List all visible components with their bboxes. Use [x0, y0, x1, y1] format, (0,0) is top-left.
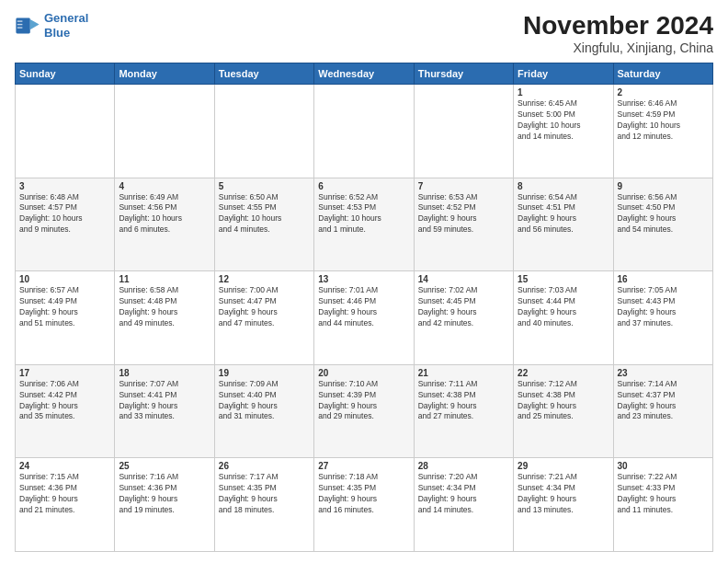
day-info: Sunrise: 7:14 AM Sunset: 4:37 PM Dayligh… [618, 379, 709, 423]
day-info: Sunrise: 6:52 AM Sunset: 4:53 PM Dayligh… [318, 192, 409, 236]
weekday-header: Tuesday [214, 63, 313, 85]
day-number: 4 [119, 181, 210, 191]
logo-text: General Blue [44, 11, 88, 40]
day-number: 1 [518, 87, 609, 98]
calendar-cell: 22Sunrise: 7:12 AM Sunset: 4:38 PM Dayli… [514, 364, 613, 458]
calendar-cell: 30Sunrise: 7:22 AM Sunset: 4:33 PM Dayli… [613, 458, 712, 552]
location: Xingfulu, Xinjiang, China [523, 40, 713, 55]
day-info: Sunrise: 7:16 AM Sunset: 4:36 PM Dayligh… [119, 472, 210, 516]
day-number: 12 [219, 274, 310, 284]
calendar-cell: 14Sunrise: 7:02 AM Sunset: 4:45 PM Dayli… [414, 271, 513, 365]
calendar-cell [314, 85, 414, 178]
weekday-header: Friday [514, 63, 613, 85]
day-info: Sunrise: 7:10 AM Sunset: 4:39 PM Dayligh… [318, 379, 409, 423]
day-info: Sunrise: 6:50 AM Sunset: 4:55 PM Dayligh… [219, 192, 310, 236]
calendar-cell: 23Sunrise: 7:14 AM Sunset: 4:37 PM Dayli… [613, 364, 712, 458]
logo-icon [15, 13, 40, 39]
calendar-cell: 15Sunrise: 7:03 AM Sunset: 4:44 PM Dayli… [514, 271, 613, 365]
calendar-cell: 28Sunrise: 7:20 AM Sunset: 4:34 PM Dayli… [414, 458, 513, 552]
day-number: 19 [219, 368, 310, 378]
day-info: Sunrise: 7:15 AM Sunset: 4:36 PM Dayligh… [19, 472, 110, 516]
calendar-cell: 7Sunrise: 6:53 AM Sunset: 4:52 PM Daylig… [414, 178, 513, 271]
calendar-cell: 5Sunrise: 6:50 AM Sunset: 4:55 PM Daylig… [214, 178, 313, 271]
day-number: 30 [618, 461, 709, 471]
calendar-cell: 13Sunrise: 7:01 AM Sunset: 4:46 PM Dayli… [314, 271, 414, 365]
calendar-cell [16, 85, 115, 178]
day-number: 21 [418, 368, 509, 378]
weekday-header: Monday [115, 63, 214, 85]
day-info: Sunrise: 7:21 AM Sunset: 4:34 PM Dayligh… [518, 472, 609, 516]
calendar-cell: 3Sunrise: 6:48 AM Sunset: 4:57 PM Daylig… [16, 178, 115, 271]
calendar-week-row: 17Sunrise: 7:06 AM Sunset: 4:42 PM Dayli… [16, 364, 713, 458]
day-info: Sunrise: 7:00 AM Sunset: 4:47 PM Dayligh… [219, 285, 310, 329]
day-info: Sunrise: 7:01 AM Sunset: 4:46 PM Dayligh… [318, 285, 409, 329]
day-info: Sunrise: 6:49 AM Sunset: 4:56 PM Dayligh… [119, 192, 210, 236]
calendar-cell: 9Sunrise: 6:56 AM Sunset: 4:50 PM Daylig… [613, 178, 712, 271]
day-info: Sunrise: 7:09 AM Sunset: 4:40 PM Dayligh… [219, 379, 310, 423]
logo-line2: Blue [44, 26, 70, 40]
calendar-week-row: 1Sunrise: 6:45 AM Sunset: 5:00 PM Daylig… [16, 85, 713, 178]
calendar-cell: 29Sunrise: 7:21 AM Sunset: 4:34 PM Dayli… [514, 458, 613, 552]
svg-marker-1 [30, 19, 40, 29]
day-info: Sunrise: 7:05 AM Sunset: 4:43 PM Dayligh… [618, 285, 709, 329]
day-info: Sunrise: 7:22 AM Sunset: 4:33 PM Dayligh… [618, 472, 709, 516]
day-number: 9 [618, 181, 709, 191]
page: General Blue November 2024 Xingfulu, Xin… [0, 0, 728, 563]
day-number: 23 [618, 368, 709, 378]
day-number: 8 [518, 181, 609, 191]
calendar-cell: 6Sunrise: 6:52 AM Sunset: 4:53 PM Daylig… [314, 178, 414, 271]
svg-rect-0 [16, 17, 29, 33]
day-number: 11 [119, 274, 210, 284]
day-info: Sunrise: 6:57 AM Sunset: 4:49 PM Dayligh… [19, 285, 110, 329]
calendar-cell: 20Sunrise: 7:10 AM Sunset: 4:39 PM Dayli… [314, 364, 414, 458]
day-info: Sunrise: 7:02 AM Sunset: 4:45 PM Dayligh… [418, 285, 509, 329]
calendar-cell: 8Sunrise: 6:54 AM Sunset: 4:51 PM Daylig… [514, 178, 613, 271]
day-number: 15 [518, 274, 609, 284]
weekday-header: Thursday [414, 63, 513, 85]
logo-line1: General [44, 11, 88, 25]
calendar-cell: 11Sunrise: 6:58 AM Sunset: 4:48 PM Dayli… [115, 271, 214, 365]
day-number: 6 [318, 181, 409, 191]
weekday-header: Wednesday [314, 63, 414, 85]
day-info: Sunrise: 6:56 AM Sunset: 4:50 PM Dayligh… [618, 192, 709, 236]
day-number: 10 [19, 274, 110, 284]
calendar-cell: 19Sunrise: 7:09 AM Sunset: 4:40 PM Dayli… [214, 364, 313, 458]
day-info: Sunrise: 7:12 AM Sunset: 4:38 PM Dayligh… [518, 379, 609, 423]
day-number: 14 [418, 274, 509, 284]
calendar-cell [414, 85, 513, 178]
header: General Blue November 2024 Xingfulu, Xin… [15, 11, 713, 55]
calendar-cell: 12Sunrise: 7:00 AM Sunset: 4:47 PM Dayli… [214, 271, 313, 365]
calendar-header-row: SundayMondayTuesdayWednesdayThursdayFrid… [16, 63, 713, 85]
day-number: 20 [318, 368, 409, 378]
calendar-week-row: 3Sunrise: 6:48 AM Sunset: 4:57 PM Daylig… [16, 178, 713, 271]
svg-rect-2 [17, 20, 23, 21]
day-number: 16 [618, 274, 709, 284]
day-number: 27 [318, 461, 409, 471]
logo: General Blue [15, 11, 88, 40]
day-number: 3 [19, 181, 110, 191]
calendar-cell [214, 85, 313, 178]
calendar-table: SundayMondayTuesdayWednesdayThursdayFrid… [15, 63, 713, 552]
day-info: Sunrise: 7:17 AM Sunset: 4:35 PM Dayligh… [219, 472, 310, 516]
calendar-cell: 4Sunrise: 6:49 AM Sunset: 4:56 PM Daylig… [115, 178, 214, 271]
calendar-cell: 10Sunrise: 6:57 AM Sunset: 4:49 PM Dayli… [16, 271, 115, 365]
weekday-header: Sunday [16, 63, 115, 85]
calendar-cell: 2Sunrise: 6:46 AM Sunset: 4:59 PM Daylig… [613, 85, 712, 178]
month-title: November 2024 [523, 11, 713, 40]
calendar-cell [115, 85, 214, 178]
day-info: Sunrise: 7:20 AM Sunset: 4:34 PM Dayligh… [418, 472, 509, 516]
title-block: November 2024 Xingfulu, Xinjiang, China [523, 11, 713, 55]
day-number: 26 [219, 461, 310, 471]
day-info: Sunrise: 6:53 AM Sunset: 4:52 PM Dayligh… [418, 192, 509, 236]
calendar-week-row: 10Sunrise: 6:57 AM Sunset: 4:49 PM Dayli… [16, 271, 713, 365]
calendar-week-row: 24Sunrise: 7:15 AM Sunset: 4:36 PM Dayli… [16, 458, 713, 552]
calendar-cell: 26Sunrise: 7:17 AM Sunset: 4:35 PM Dayli… [214, 458, 313, 552]
day-number: 24 [19, 461, 110, 471]
calendar-cell: 24Sunrise: 7:15 AM Sunset: 4:36 PM Dayli… [16, 458, 115, 552]
day-info: Sunrise: 7:18 AM Sunset: 4:35 PM Dayligh… [318, 472, 409, 516]
svg-rect-3 [17, 23, 23, 24]
day-info: Sunrise: 6:54 AM Sunset: 4:51 PM Dayligh… [518, 192, 609, 236]
day-number: 18 [119, 368, 210, 378]
day-number: 22 [518, 368, 609, 378]
calendar-cell: 17Sunrise: 7:06 AM Sunset: 4:42 PM Dayli… [16, 364, 115, 458]
